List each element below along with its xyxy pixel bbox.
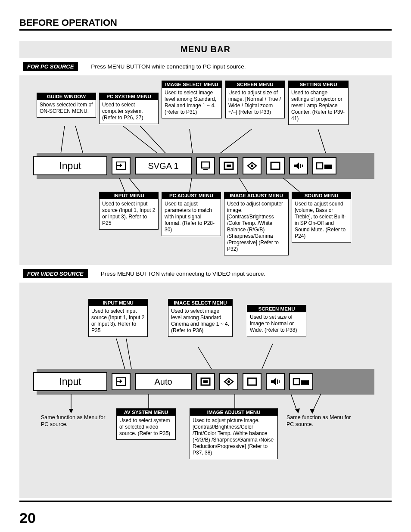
pc-source-chip: FOR PC SOURCE	[23, 62, 78, 71]
callout-pc-adjust: PC ADJUST MENU Used to adjust parameters…	[162, 192, 221, 236]
page-number: 20	[19, 510, 392, 526]
callout-sound: SOUND MENU Used to adjust sound [volume,…	[292, 192, 351, 243]
svg-line-19	[129, 178, 140, 192]
callout-body: Used to adjust parameters to match with …	[162, 199, 221, 236]
callout-image-adjust: IMAGE ADJUST MENU Used to adjust compute…	[224, 192, 289, 255]
svg-line-22	[283, 178, 299, 192]
video-diagram: INPUT MENU Used to select input source (…	[19, 283, 392, 489]
callout-title: INPUT MENU	[100, 192, 158, 199]
svg-line-18	[119, 178, 125, 192]
video-source-chip: FOR VIDEO SOURCE	[23, 269, 88, 278]
svg-line-40	[312, 394, 321, 412]
callout-title: AV SYSTEM MENU	[117, 409, 175, 416]
callout-av-system: AV SYSTEM MENU Used to select system of …	[116, 408, 176, 440]
callout-title: IMAGE ADJUST MENU	[224, 192, 288, 199]
callout-body: Used to adjust picture image. [Contrast/…	[190, 416, 277, 459]
callout-v-image-adjust: IMAGE ADJUST MENU Used to adjust picture…	[190, 408, 278, 459]
note-same-left: Same function as Menu for PC source.	[41, 414, 106, 428]
note-same-right: Same function as Menu for PC source.	[286, 414, 351, 428]
video-source-desc: Press MENU BUTTON while connecting to VI…	[101, 271, 265, 277]
callout-title: IMAGE ADJUST MENU	[190, 409, 277, 416]
svg-line-21	[239, 178, 248, 192]
page-header: BEFORE OPERATION	[19, 17, 392, 31]
callout-title: SOUND MENU	[292, 192, 351, 199]
pc-diagram: GUIDE WINDOW Shows selected item of ON-S…	[19, 75, 392, 265]
callout-body: Used to adjust computer image. [Contrast…	[224, 199, 288, 255]
main-content: MENU BAR FOR PC SOURCE Press MENU BUTTON…	[19, 41, 392, 498]
svg-line-20	[190, 178, 192, 192]
callout-body: Used to select system of selected video …	[117, 416, 175, 439]
menu-bar-title: MENU BAR	[19, 41, 392, 58]
callout-body: Used to adjust sound [volume, Bass or Tr…	[292, 199, 351, 242]
callout-input: INPUT MENU Used to select input source (…	[99, 192, 159, 230]
pc-source-desc: Press MENU BUTTON while connecting to PC…	[91, 63, 246, 70]
video-source-row: FOR VIDEO SOURCE Press MENU BUTTON while…	[19, 265, 392, 283]
callout-title: PC ADJUST MENU	[162, 192, 221, 199]
footer-rule	[19, 501, 392, 502]
callout-body: Used to select input source (Input 1, In…	[100, 199, 158, 229]
pc-source-row: FOR PC SOURCE Press MENU BUTTON while co…	[19, 58, 392, 75]
